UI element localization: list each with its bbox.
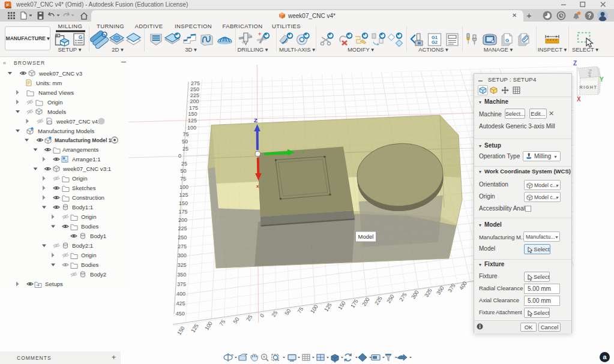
svg-text:125: 125 xyxy=(179,192,188,198)
svg-text:G: G xyxy=(79,34,83,40)
svg-text:50: 50 xyxy=(232,316,241,324)
svg-text:100: 100 xyxy=(309,303,319,314)
svg-text:Named Views: Named Views xyxy=(38,89,74,96)
svg-text:?: ? xyxy=(588,13,591,19)
svg-text:MANAGE ▾: MANAGE ▾ xyxy=(484,46,513,53)
svg-text:MILLING: MILLING xyxy=(58,23,83,29)
svg-text:275: 275 xyxy=(191,80,200,86)
svg-text:125: 125 xyxy=(190,323,200,333)
svg-text:SETUP ▾: SETUP ▾ xyxy=(58,46,82,53)
svg-text:175: 175 xyxy=(189,105,198,111)
svg-text:Manufacturing Model 1: Manufacturing Model 1 xyxy=(55,137,112,143)
svg-text:50: 50 xyxy=(284,308,292,316)
svg-text:G2: G2 xyxy=(432,40,438,45)
svg-text:Y: Y xyxy=(301,150,304,154)
svg-text:Setups: Setups xyxy=(45,281,63,287)
svg-text:150: 150 xyxy=(179,200,188,206)
svg-text:25: 25 xyxy=(271,309,279,318)
svg-text:3D ▾: 3D ▾ xyxy=(185,46,197,53)
svg-text:150: 150 xyxy=(188,111,197,117)
svg-text:MULTI-AXIS ▾: MULTI-AXIS ▾ xyxy=(279,46,315,53)
svg-text:Bodies: Bodies xyxy=(81,223,99,230)
svg-text:300: 300 xyxy=(178,252,187,258)
svg-text:325: 325 xyxy=(178,262,187,268)
svg-text:ADDITIVE: ADDITIVE xyxy=(134,23,163,29)
svg-text:Body2:1: Body2:1 xyxy=(72,242,93,249)
svg-text:75: 75 xyxy=(218,318,227,327)
svg-text:75: 75 xyxy=(296,306,305,314)
svg-text:Arrangements: Arrangements xyxy=(62,146,98,153)
svg-text:Body1: Body1 xyxy=(90,233,106,239)
svg-text:BROWSER: BROWSER xyxy=(14,60,45,66)
svg-text:X: X xyxy=(577,96,581,103)
svg-text:FABRICATION: FABRICATION xyxy=(222,23,262,29)
svg-text:x: x xyxy=(256,183,259,189)
svg-text:175: 175 xyxy=(179,209,188,215)
svg-text:0: 0 xyxy=(178,153,181,159)
svg-text:250: 250 xyxy=(178,234,187,240)
svg-text:G: G xyxy=(505,38,509,43)
svg-text:MODIFY ▾: MODIFY ▾ xyxy=(348,46,374,53)
svg-text:week07_CNC v3: week07_CNC v3 xyxy=(38,70,82,77)
svg-text:Models: Models xyxy=(47,109,66,115)
svg-text:SELECT ▾: SELECT ▾ xyxy=(572,46,598,53)
svg-text:450: 450 xyxy=(176,311,185,317)
svg-text:Manufacturing Models: Manufacturing Models xyxy=(38,128,95,134)
svg-text:275: 275 xyxy=(178,243,187,249)
svg-text:DRILLING ▾: DRILLING ▾ xyxy=(237,46,268,53)
svg-text:2D ▾: 2D ▾ xyxy=(112,46,124,53)
svg-text:Z: Z xyxy=(573,60,577,67)
svg-text:275: 275 xyxy=(398,291,408,302)
svg-text:+: + xyxy=(258,31,261,37)
svg-text:TURNING: TURNING xyxy=(97,23,124,29)
svg-text:350: 350 xyxy=(177,272,186,278)
svg-text:250: 250 xyxy=(190,86,199,92)
svg-text:75: 75 xyxy=(183,131,189,137)
svg-text:100: 100 xyxy=(187,125,196,131)
svg-text:250: 250 xyxy=(385,293,396,304)
svg-text:50: 50 xyxy=(182,139,188,145)
svg-text:225: 225 xyxy=(190,92,199,98)
svg-text:Bodies: Bodies xyxy=(81,261,99,268)
svg-text:50: 50 xyxy=(181,168,187,174)
svg-text:ACTIONS ▾: ACTIONS ▾ xyxy=(418,46,448,53)
svg-text:25: 25 xyxy=(182,146,188,152)
svg-text:Origin: Origin xyxy=(81,252,97,258)
svg-text:Body2: Body2 xyxy=(90,271,106,278)
svg-text:375: 375 xyxy=(177,281,186,287)
svg-text:Model: Model xyxy=(358,233,374,240)
svg-text:Z: Z xyxy=(254,117,257,124)
svg-text:25: 25 xyxy=(181,161,187,167)
svg-text:a: a xyxy=(603,353,607,360)
svg-text:Y: Y xyxy=(600,76,604,83)
svg-text:INSPECTION: INSPECTION xyxy=(175,23,212,29)
svg-text:INSPECT ▾: INSPECT ▾ xyxy=(538,46,567,53)
svg-text:400: 400 xyxy=(176,291,185,297)
svg-text:0: 0 xyxy=(259,313,265,319)
svg-text:100: 100 xyxy=(179,184,188,190)
svg-text:Origin: Origin xyxy=(72,175,88,182)
svg-text:350: 350 xyxy=(435,285,445,296)
svg-text:100: 100 xyxy=(203,320,214,331)
svg-text:week07_CNC v3:1: week07_CNC v3:1 xyxy=(62,166,111,172)
svg-text:Construction: Construction xyxy=(72,194,104,201)
svg-text:RIGHT: RIGHT xyxy=(580,85,598,90)
svg-text:200: 200 xyxy=(178,217,187,223)
svg-text:Units: mm: Units: mm xyxy=(36,80,62,86)
svg-text:Arrange1:1: Arrange1:1 xyxy=(72,156,100,163)
svg-text:225: 225 xyxy=(373,295,384,306)
svg-text:Origin: Origin xyxy=(47,99,63,106)
svg-text:F: F xyxy=(7,2,10,8)
svg-text:125: 125 xyxy=(188,118,197,124)
svg-text:«: « xyxy=(3,60,6,66)
svg-text:week07_CNC v4:1: week07_CNC v4:1 xyxy=(56,119,103,125)
svg-text:75: 75 xyxy=(180,176,186,182)
svg-text:225: 225 xyxy=(178,225,187,231)
svg-text:425: 425 xyxy=(176,300,185,306)
svg-text:Sketches: Sketches xyxy=(72,185,96,191)
svg-text:Origin: Origin xyxy=(81,213,97,220)
svg-text:Body1:1: Body1:1 xyxy=(72,204,93,210)
svg-text:150: 150 xyxy=(176,325,186,336)
svg-text:200: 200 xyxy=(190,98,199,104)
